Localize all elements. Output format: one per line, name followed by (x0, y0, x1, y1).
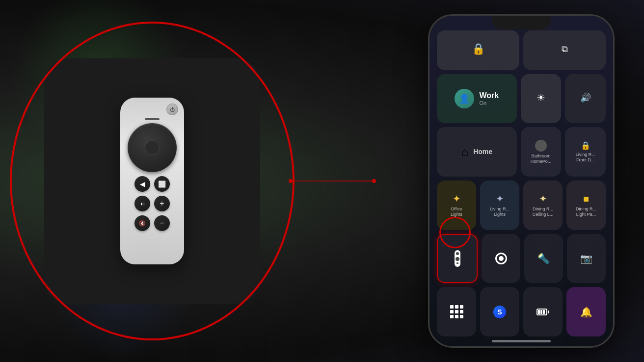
flashlight-tile[interactable]: 🔦 (524, 234, 563, 284)
work-subtitle: On (479, 100, 499, 106)
home-indicator[interactable] (492, 340, 551, 342)
work-title: Work (479, 91, 499, 100)
volume-icon: 🔊 (580, 92, 591, 103)
office-lights-tile[interactable]: ✦ OfficeLights (437, 181, 476, 230)
calculator-icon (450, 305, 463, 318)
trackpad[interactable] (128, 123, 177, 172)
cc-row-6: S 🔔 (437, 287, 606, 336)
mirror-icon: ⧉ (562, 44, 568, 54)
dining-light-tile[interactable]: ■ Dining R...Light Pa... (566, 181, 606, 230)
flashlight-icon: 🔦 (537, 253, 550, 264)
volume-tile[interactable]: 🔊 (565, 74, 606, 124)
dining-ceiling-label: Dining R...Ceiling L... (533, 207, 554, 217)
notifications-tile[interactable]: 🔔 (566, 287, 606, 336)
remote-playback-row: ⏯ + (134, 196, 170, 211)
trackpad-inner (145, 140, 160, 155)
cc-row-2: 👤 Work On ☀ 🔊 (437, 74, 606, 124)
home-tile[interactable]: ⌂ Home (437, 127, 517, 177)
living-front-tile[interactable]: 🔒 Living R...Front D... (565, 127, 606, 177)
work-tile[interactable]: 👤 Work On (437, 74, 517, 124)
power-button[interactable]: ⏻ (166, 103, 178, 115)
connection-line (290, 181, 373, 181)
brightness-icon: ☀ (537, 92, 545, 103)
camera-tile[interactable]: 📷 (567, 234, 606, 284)
remote-volume-row: 🔇 − (134, 215, 170, 231)
work-tile-content: 👤 Work On (455, 89, 499, 108)
phone-screen: 🔒 ⧉ 👤 Work On (429, 16, 613, 346)
living-lights-label: Living R...Lights (490, 207, 510, 217)
dining-ceiling-tile[interactable]: ✦ Dining R...Ceiling L... (523, 181, 563, 230)
remote-control-tile[interactable] (437, 234, 478, 284)
battery-tile[interactable] (523, 287, 563, 336)
svg-point-2 (456, 257, 459, 261)
notifications-icon: 🔔 (580, 306, 592, 318)
dining-ceiling-icon: ✦ (539, 193, 547, 205)
apple-tv-container: ⏻ ◀ ⬜ ⏯ + 🔇 − (44, 58, 260, 304)
mic-indicator (145, 118, 160, 120)
battery-icon (537, 309, 549, 315)
bathroom-label: BathroomHomePo... (531, 154, 552, 164)
mute-button[interactable]: 🔇 (134, 215, 150, 231)
living-front-icon: 🔒 (581, 141, 590, 150)
office-lights-icon: ✦ (453, 193, 461, 205)
remote-nav-row: ◀ ⬜ (134, 176, 170, 192)
home-label: Home (473, 148, 492, 156)
home-icon: ⌂ (461, 145, 469, 159)
cc-row-5: 🔦 📷 (437, 234, 606, 284)
apple-tv-remote: ⏻ ◀ ⬜ ⏯ + 🔇 − (120, 98, 184, 264)
shazam-tile[interactable]: S (480, 287, 519, 336)
office-lights-label: OfficeLights (451, 207, 462, 217)
record-tile[interactable] (482, 234, 520, 284)
tv-button[interactable]: ⬜ (154, 176, 170, 192)
remote-icon-svg (452, 250, 463, 267)
work-icon: 👤 (455, 89, 474, 108)
remote-top-section: ⏻ (125, 103, 179, 172)
plus-button[interactable]: + (154, 196, 170, 211)
lock-rotation-tile[interactable]: 🔒 (437, 30, 519, 70)
brightness-tile[interactable]: ☀ (521, 74, 562, 124)
living-lights-tile[interactable]: ✦ Living R...Lights (480, 181, 519, 230)
back-button[interactable]: ◀ (134, 176, 150, 192)
control-center: 🔒 ⧉ 👤 Work On (437, 30, 606, 336)
bathroom-icon (535, 140, 547, 152)
svg-rect-1 (456, 252, 459, 255)
cc-row-3: ⌂ Home BathroomHomePo... 🔒 Living R...Fr… (437, 127, 606, 177)
play-pause-button[interactable]: ⏯ (134, 196, 150, 211)
phone-container: 🔒 ⧉ 👤 Work On (428, 14, 615, 348)
connection-dot-right (372, 179, 376, 183)
dining-light-label: Dining R...Light Pa... (576, 207, 596, 217)
minus-button[interactable]: − (154, 215, 170, 231)
cc-row-1: 🔒 ⧉ (437, 30, 606, 70)
phone-frame: 🔒 ⧉ 👤 Work On (428, 14, 615, 348)
living-front-label: Living R...Front D... (576, 152, 595, 163)
connection-dot-left (289, 179, 293, 183)
calculator-tile[interactable] (437, 287, 476, 336)
lock-rotation-icon: 🔒 (472, 43, 485, 55)
work-text-block: Work On (479, 91, 499, 106)
cc-row-4: ✦ OfficeLights ✦ Living R...Lights ✦ Din… (437, 181, 606, 230)
mirror-tile[interactable]: ⧉ (523, 30, 606, 70)
shazam-icon: S (493, 306, 506, 318)
phone-notch (492, 16, 551, 29)
record-icon (495, 253, 507, 264)
svg-rect-3 (456, 262, 458, 264)
dining-light-icon: ■ (583, 193, 589, 205)
living-lights-icon: ✦ (496, 193, 504, 205)
bathroom-tile[interactable]: BathroomHomePo... (521, 127, 562, 177)
camera-icon: 📷 (580, 253, 592, 264)
